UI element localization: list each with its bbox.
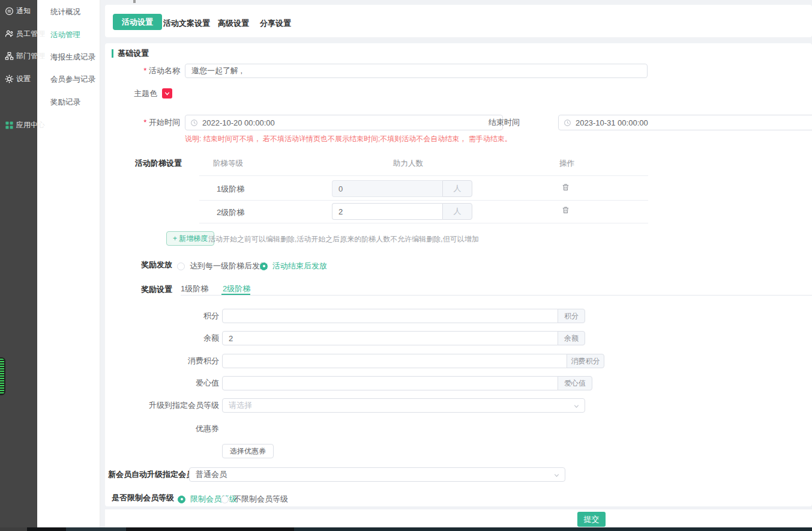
- unit-suffix: 人: [442, 180, 472, 197]
- tab-advanced-settings[interactable]: 高级设置: [218, 18, 249, 29]
- reward-dispatch-label: 奖励发放: [110, 258, 172, 272]
- stage-tab-1[interactable]: 1级阶梯: [181, 284, 208, 294]
- tab-activity-settings[interactable]: 活动设置: [113, 14, 162, 30]
- end-time-hint: 说明: 结束时间可不填， 若不填活动详情页也不展示结束时间;不填则活动不会自动结…: [185, 134, 512, 144]
- activity-name-label: 活动名称: [108, 64, 180, 78]
- sidebar-item-label: 应用中心: [16, 120, 45, 130]
- sidebar-item-departments[interactable]: 部门管理: [5, 51, 45, 61]
- points-input[interactable]: [222, 309, 558, 323]
- end-time-label: 结束时间: [484, 115, 520, 130]
- clock-icon: [564, 119, 571, 127]
- radio-icon: [260, 262, 268, 270]
- ladder-col-actions: 操作: [559, 159, 574, 169]
- radio-icon: [178, 496, 185, 503]
- section-basic-settings: 基础设置: [112, 48, 149, 59]
- start-time-input[interactable]: [202, 115, 500, 130]
- restrict-level-label: 是否限制会员等级: [108, 491, 174, 505]
- tab-share-settings[interactable]: 分享设置: [260, 18, 291, 29]
- sidebar-item-app-center[interactable]: 应用中心: [5, 120, 45, 130]
- radio-icon: [221, 496, 229, 503]
- settings-icon: [5, 74, 14, 83]
- tab-activity-copy-settings[interactable]: 活动文案设置: [163, 18, 210, 29]
- ladder-row-level: 2级阶梯: [217, 207, 244, 218]
- table-divider: [199, 200, 648, 201]
- submenu-item-member-participation[interactable]: 会员参与记录: [50, 74, 95, 85]
- activity-name-input[interactable]: [185, 64, 648, 78]
- choose-coupon-button[interactable]: 选择优惠券: [222, 444, 274, 458]
- ladder-row-input-group: 人: [332, 180, 472, 197]
- member-level-select[interactable]: 请选择: [222, 398, 585, 413]
- points-suffix: 积分: [558, 309, 585, 323]
- balance-input[interactable]: [222, 331, 558, 345]
- sidebar-item-employees[interactable]: 员工管理: [5, 29, 45, 39]
- member-level-label: 升级到指定会员等级: [141, 398, 219, 413]
- select-placeholder: 请选择: [229, 399, 252, 412]
- love-value-input[interactable]: [222, 376, 558, 390]
- edge-stripes-widget: [0, 357, 5, 395]
- tab-bar: 活动设置 活动文案设置 高级设置 分享设置: [105, 5, 812, 37]
- radio-per-tier-dispatch[interactable]: 达到每一级阶梯后发放: [177, 261, 268, 272]
- new-member-level-label: 新会员自动升级指定会员等级: [108, 467, 186, 482]
- radio-label: 达到每一级阶梯后发放: [190, 261, 268, 272]
- radio-label: 不限制会员等级: [233, 494, 288, 505]
- sidebar-item-label: 设置: [16, 74, 31, 84]
- love-value-label: 爱心值: [141, 376, 219, 390]
- trash-icon: [561, 205, 570, 214]
- ladder-row-level: 1级阶梯: [217, 184, 244, 195]
- theme-color-picker[interactable]: [162, 88, 172, 99]
- edge-segment: [294, 527, 812, 531]
- section-title-text: 基础设置: [118, 48, 149, 59]
- coupon-label: 优惠券: [141, 422, 219, 436]
- trash-icon: [561, 183, 570, 192]
- select-value: 普通会员: [196, 468, 227, 481]
- consume-points-label: 消费积分: [141, 354, 219, 368]
- unit-suffix: 人: [442, 203, 472, 220]
- sidebar-item-label: 部门管理: [16, 51, 45, 61]
- sidebar-item-notifications[interactable]: 通知: [5, 6, 31, 16]
- radio-no-restrict-level[interactable]: 不限制会员等级: [221, 494, 288, 505]
- add-tier-hint: 活动开始之前可以编辑删除,活动开始之后原来的阶梯人数不允许编辑删除,但可以增加: [208, 234, 479, 244]
- submenu: 统计概况 活动管理 海报生成记录 会员参与记录 奖励记录: [37, 0, 100, 527]
- app-center-icon: [5, 121, 14, 130]
- balance-suffix: 余额: [558, 331, 585, 345]
- add-tier-button[interactable]: + 新增梯度: [166, 231, 214, 246]
- chevron-down-icon: [553, 472, 560, 479]
- sidebar-item-settings[interactable]: 设置: [5, 74, 31, 84]
- delete-row-button[interactable]: [561, 205, 570, 216]
- radio-label: 活动结束后发放: [272, 261, 327, 272]
- points-label: 积分: [141, 309, 219, 323]
- start-time-field[interactable]: [185, 115, 503, 130]
- table-divider: [199, 175, 648, 176]
- consume-points-suffix: 消费积分: [567, 354, 604, 368]
- ladder-row-input-group: 人: [332, 203, 472, 220]
- helpers-count-input[interactable]: [332, 180, 442, 197]
- submenu-item-reward-records[interactable]: 奖励记录: [50, 97, 80, 108]
- departments-icon: [5, 52, 14, 61]
- submenu-item-activity-management[interactable]: 活动管理: [50, 30, 80, 40]
- submit-button[interactable]: 提交: [577, 512, 606, 527]
- sidebar-item-label: 员工管理: [16, 29, 45, 39]
- ladder-col-helpers: 助力人数: [393, 159, 423, 169]
- helpers-count-input[interactable]: [332, 203, 442, 220]
- bottom-window-edge: [0, 527, 812, 531]
- clock-icon: [190, 119, 198, 127]
- form-card: 基础设置 活动名称 主题色 开始时间 结束时间 说明: 结束时间可不填， 若不: [105, 43, 812, 506]
- screen: 通知 员工管理 部门管理 设置: [0, 0, 812, 531]
- stage-tab-2[interactable]: 2级阶梯: [223, 284, 250, 294]
- sidebar-item-label: 通知: [16, 6, 31, 16]
- start-time-label: 开始时间: [108, 115, 180, 130]
- end-time-field[interactable]: [558, 115, 812, 130]
- balance-label: 余额: [141, 331, 219, 345]
- section-accent-bar: [112, 49, 113, 58]
- submenu-item-statistics[interactable]: 统计概况: [50, 7, 80, 17]
- chevron-down-icon: [163, 90, 171, 97]
- delete-row-button[interactable]: [561, 183, 570, 193]
- new-member-level-select[interactable]: 普通会员: [189, 467, 565, 482]
- end-time-input[interactable]: [576, 115, 812, 130]
- submenu-item-poster-records[interactable]: 海报生成记录: [50, 52, 95, 62]
- edge-segment: [66, 527, 126, 531]
- edge-segment: [0, 527, 27, 531]
- consume-points-input[interactable]: [222, 354, 567, 368]
- radio-after-activity-dispatch[interactable]: 活动结束后发放: [260, 261, 327, 272]
- submit-bar: 提交: [105, 509, 812, 527]
